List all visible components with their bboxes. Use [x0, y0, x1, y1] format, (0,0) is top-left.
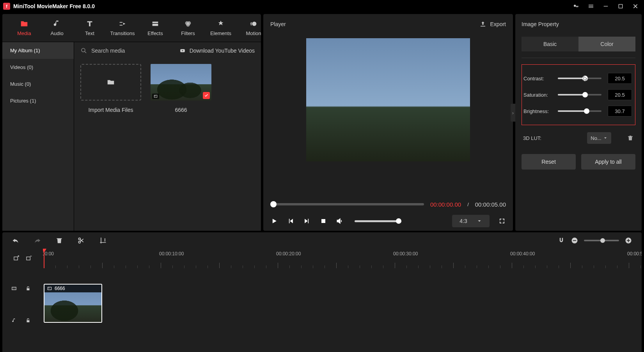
timeline-toolbar	[2, 232, 642, 249]
remove-track-icon[interactable]	[25, 255, 32, 262]
svg-rect-17	[628, 239, 629, 242]
audio-track-icon	[11, 318, 17, 323]
collapse-toggle[interactable]: ›	[511, 104, 515, 122]
tab-color[interactable]: Color	[578, 37, 635, 51]
svg-point-9	[155, 96, 156, 96]
apply-all-button[interactable]: Apply to all	[581, 154, 635, 170]
trash-icon[interactable]	[627, 134, 634, 142]
time-sep: /	[467, 202, 469, 207]
app-logo: f	[3, 3, 10, 10]
chevron-down-icon	[603, 136, 608, 140]
zoom-in-button[interactable]	[624, 237, 632, 244]
redo-button[interactable]	[34, 237, 41, 244]
svg-point-5	[252, 22, 256, 26]
zoom-out-button[interactable]	[571, 237, 578, 244]
play-button[interactable]	[270, 217, 278, 225]
contrast-value[interactable]: 20.5	[608, 73, 632, 84]
chevron-down-icon	[477, 218, 482, 224]
svg-rect-19	[27, 257, 30, 260]
brightness-label: Brightness:	[523, 108, 552, 114]
key-icon[interactable]	[572, 2, 580, 10]
media-panel: Media Audio Text Transitions Effects Fil…	[2, 14, 261, 231]
download-youtube-button[interactable]: Download YouTube Videos	[179, 48, 255, 54]
sidebar-item-pictures[interactable]: Pictures (1)	[2, 92, 74, 109]
image-badge-icon	[152, 94, 159, 99]
saturation-slider[interactable]	[558, 94, 601, 96]
search-input[interactable]: Search media	[91, 48, 175, 54]
properties-panel: › Image Property Basic Color Contrast: 2…	[515, 14, 642, 231]
media-item[interactable]: 6666	[151, 64, 211, 113]
properties-title: Image Property	[522, 14, 635, 34]
lock-icon[interactable]	[25, 286, 31, 291]
titlebar: f MiniTool MovieMaker Free 8.0.0	[0, 0, 644, 12]
split-button[interactable]	[77, 237, 85, 244]
media-thumbnail	[151, 64, 211, 101]
brightness-slider[interactable]	[558, 110, 601, 112]
volume-button[interactable]	[336, 217, 344, 225]
brightness-value[interactable]: 30.7	[608, 106, 632, 117]
minimize-button[interactable]	[602, 2, 610, 10]
fullscreen-button[interactable]	[498, 217, 506, 225]
tab-audio[interactable]: Audio	[41, 14, 73, 42]
aspect-select[interactable]: 4:3	[452, 215, 490, 227]
zoom-slider[interactable]	[584, 240, 619, 241]
search-icon	[80, 47, 87, 54]
svg-rect-0	[604, 6, 608, 6]
volume-slider[interactable]	[355, 220, 401, 222]
contrast-slider[interactable]	[558, 78, 601, 79]
folder-icon	[106, 78, 116, 87]
tab-effects[interactable]: Effects	[139, 14, 172, 42]
clip-label: 6666	[55, 286, 65, 291]
tab-media[interactable]: Media	[8, 14, 41, 42]
svg-point-24	[49, 288, 50, 288]
saturation-value[interactable]: 20.5	[608, 89, 632, 100]
image-icon	[47, 286, 52, 291]
svg-rect-10	[321, 219, 325, 223]
sidebar-item-music[interactable]: Music (0)	[2, 76, 74, 92]
timeline-ruler[interactable]: 00:0000:00:10:0000:00:20:0000:00:30:0000…	[2, 249, 642, 268]
color-adjustments: Contrast: 20.5 Saturation: 20.5 Brightne…	[522, 64, 635, 125]
tab-basic[interactable]: Basic	[522, 37, 578, 51]
next-frame-button[interactable]	[303, 217, 311, 225]
prev-frame-button[interactable]	[287, 217, 295, 225]
player-title: Player	[270, 21, 286, 27]
reset-button[interactable]: Reset	[522, 154, 576, 170]
aspect-value: 4:3	[459, 218, 467, 224]
youtube-icon	[179, 48, 186, 53]
playhead[interactable]	[44, 249, 44, 268]
media-label: 6666	[175, 107, 187, 113]
undo-button[interactable]	[12, 237, 20, 244]
delete-button[interactable]	[55, 237, 63, 244]
close-button[interactable]	[632, 2, 639, 10]
menu-icon[interactable]	[587, 2, 595, 10]
tab-label: Media	[17, 30, 31, 36]
tab-filters[interactable]: Filters	[172, 14, 204, 42]
export-icon	[479, 21, 486, 28]
svg-point-4	[186, 23, 190, 27]
timeline-clip[interactable]: 6666	[44, 284, 102, 323]
tab-transitions[interactable]: Transitions	[106, 14, 139, 42]
maximize-button[interactable]	[617, 2, 624, 10]
player-panel: Player Export 00:00:00.00 / 00:00:05.00 …	[263, 14, 513, 231]
import-media-button[interactable]: Import Media Files	[80, 64, 141, 113]
lut-select[interactable]: No...	[587, 132, 611, 144]
snap-icon[interactable]	[557, 237, 565, 244]
time-total: 00:00:05.00	[475, 201, 506, 208]
download-label: Download YouTube Videos	[190, 48, 255, 54]
export-label: Export	[490, 21, 506, 27]
svg-rect-22	[27, 320, 30, 322]
add-track-icon[interactable]	[13, 255, 20, 262]
seek-slider[interactable]	[270, 203, 424, 205]
media-sidebar: My Album (1) Videos (0) Music (0) Pictur…	[2, 42, 74, 231]
stop-button[interactable]	[319, 217, 327, 225]
sidebar-item-album[interactable]: My Album (1)	[2, 42, 74, 59]
lock-icon[interactable]	[25, 318, 31, 323]
tab-label: Audio	[50, 30, 63, 36]
sidebar-item-videos[interactable]: Videos (0)	[2, 59, 74, 76]
crop-button[interactable]	[99, 237, 107, 244]
tab-elements[interactable]: Elements	[204, 14, 237, 42]
export-button[interactable]: Export	[479, 21, 506, 28]
video-track-icon	[11, 286, 17, 291]
tab-text[interactable]: Text	[73, 14, 106, 42]
tab-label: Motion	[246, 30, 261, 36]
